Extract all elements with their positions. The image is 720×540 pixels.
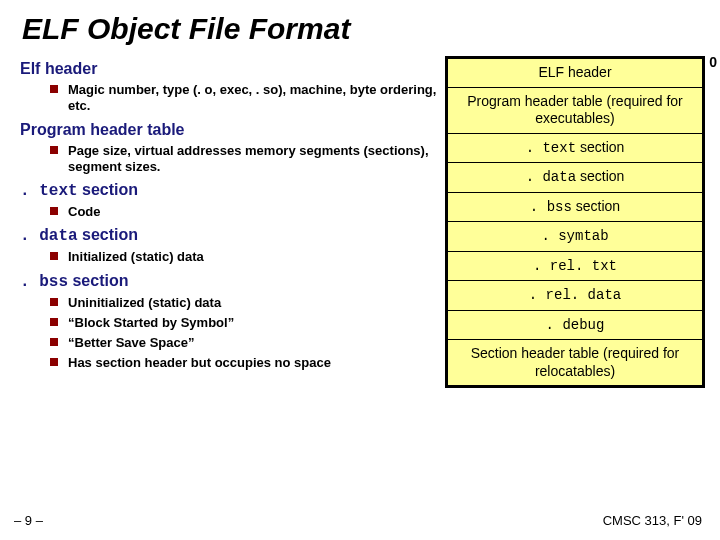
- diagram-row-symtab: . symtab: [448, 222, 702, 252]
- section-elf-header: Elf header: [20, 60, 440, 78]
- list-elf-header: Magic number, type (. o, exec, . so), ma…: [20, 80, 440, 117]
- right-column: 0 ELF header Program header table (requi…: [445, 56, 705, 388]
- list-bss: Uninitialized (static) data “Block Start…: [20, 293, 440, 374]
- left-column: Elf header Magic number, type (. o, exec…: [20, 56, 440, 388]
- mono: . debug: [546, 317, 605, 333]
- list-item: Uninitialized (static) data: [50, 293, 440, 313]
- section-bss: . bss section: [20, 272, 440, 291]
- list-data: Initialized (static) data: [20, 247, 440, 267]
- slide-number: – 9 –: [14, 513, 43, 528]
- tail: section: [576, 168, 624, 184]
- section-tail: section: [78, 226, 138, 243]
- course-label: CMSC 313, F' 09: [603, 513, 702, 528]
- mono: . symtab: [541, 228, 608, 244]
- code-data: . data: [20, 227, 78, 245]
- list-item: Page size, virtual addresses memory segm…: [50, 141, 440, 178]
- slide-title: ELF Object File Format: [0, 0, 720, 52]
- section-tail: section: [68, 272, 128, 289]
- diagram-row-elf-header: ELF header: [448, 59, 702, 88]
- section-text: . text section: [20, 181, 440, 200]
- offset-zero: 0: [709, 54, 717, 70]
- mono: . rel. data: [529, 287, 621, 303]
- content-area: Elf header Magic number, type (. o, exec…: [0, 52, 720, 388]
- diagram-row-debug: . debug: [448, 311, 702, 341]
- mono: . text: [526, 140, 576, 156]
- list-item: Code: [50, 202, 440, 222]
- section-tail: section: [78, 181, 138, 198]
- tail: section: [576, 139, 624, 155]
- list-text: Code: [20, 202, 440, 222]
- mono: . rel. txt: [533, 258, 617, 274]
- diagram-row-pht: Program header table (required for execu…: [448, 88, 702, 134]
- list-item: “Block Started by Symbol”: [50, 313, 440, 333]
- mono: . data: [526, 169, 576, 185]
- list-item: Magic number, type (. o, exec, . so), ma…: [50, 80, 440, 117]
- diagram-row-text: . text section: [448, 134, 702, 164]
- diagram-row-reldata: . rel. data: [448, 281, 702, 311]
- list-item: Initialized (static) data: [50, 247, 440, 267]
- diagram-row-sht: Section header table (required for reloc…: [448, 340, 702, 385]
- list-item: “Better Save Space”: [50, 333, 440, 353]
- list-item: Has section header but occupies no space: [50, 353, 440, 373]
- diagram-row-bss: . bss section: [448, 193, 702, 223]
- section-data: . data section: [20, 226, 440, 245]
- diagram-row-data: . data section: [448, 163, 702, 193]
- code-bss: . bss: [20, 273, 68, 291]
- list-pht: Page size, virtual addresses memory segm…: [20, 141, 440, 178]
- diagram-row-reltxt: . rel. txt: [448, 252, 702, 282]
- section-pht: Program header table: [20, 121, 440, 139]
- mono: . bss: [530, 199, 572, 215]
- elf-diagram: ELF header Program header table (require…: [445, 56, 705, 388]
- code-text: . text: [20, 182, 78, 200]
- tail: section: [572, 198, 620, 214]
